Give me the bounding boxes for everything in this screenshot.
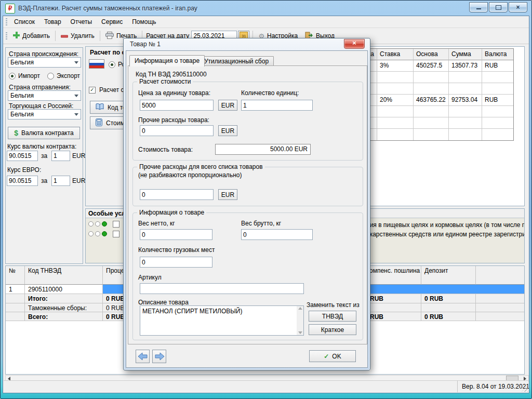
- trading-country-select[interactable]: Бельгия: [8, 109, 81, 119]
- ok-label: OK: [332, 353, 341, 360]
- cell: [482, 129, 513, 140]
- condition-checkbox[interactable]: [113, 231, 119, 237]
- menu-spisok[interactable]: Список: [9, 17, 39, 27]
- status-circle-icon: [95, 221, 100, 227]
- scroll-up-icon[interactable]: [298, 307, 302, 310]
- window-title: ВЭД-Платежи. Расчет суммы таможенных пла…: [18, 5, 197, 12]
- column-header: Основа: [414, 49, 449, 60]
- description-scrollbar[interactable]: [297, 306, 303, 335]
- per-qty-input[interactable]: [51, 151, 70, 161]
- total-cost-label: Стоимость товара:: [138, 146, 193, 153]
- dispatch-country-select[interactable]: Бельгия: [8, 90, 81, 101]
- menubar: Список Товар Отчеты Сервис Помощь: [3, 16, 529, 28]
- tab-product-info[interactable]: Информация о товаре: [129, 55, 205, 66]
- tab-recycling-fee[interactable]: Утилизационный сбор: [199, 56, 274, 66]
- extra-costs-note: (не разбиваются пропорционально): [138, 171, 242, 179]
- euro-rate-input[interactable]: [7, 176, 38, 186]
- extra-currency-button[interactable]: EUR: [218, 189, 237, 200]
- dialog-body: Информация о товаре Утилизационный сбор …: [126, 50, 368, 368]
- menu-pomoshch[interactable]: Помощь: [127, 17, 161, 27]
- column-header: [476, 266, 524, 285]
- other-costs-label: Прочие расходы товара:: [138, 116, 209, 124]
- gross-weight-input[interactable]: [241, 229, 313, 240]
- cell: 1: [6, 285, 25, 294]
- close-button[interactable]: ×: [509, 2, 527, 12]
- trading-country-label: Торгующая с Россией:: [9, 102, 73, 110]
- minus-icon: [61, 32, 68, 39]
- scroll-down-icon[interactable]: [298, 331, 302, 334]
- contract-rate-label: Курс валюты контракта:: [7, 143, 76, 150]
- export-radio[interactable]: Экспорт: [47, 72, 80, 79]
- article-input[interactable]: [140, 283, 304, 294]
- prev-product-button[interactable]: [136, 350, 150, 363]
- dialog-title: Товар № 1: [130, 41, 161, 48]
- next-product-button[interactable]: [152, 350, 166, 363]
- cargo-places-label: Количество грузовых мест: [138, 246, 215, 254]
- cell: [449, 117, 482, 129]
- fees-checkbox[interactable]: ✓Расчет сб: [89, 86, 127, 94]
- cell: [377, 117, 414, 129]
- cell: [482, 83, 513, 95]
- totals-label: Итого:: [25, 294, 103, 303]
- menu-otchety[interactable]: Отчеты: [66, 17, 97, 27]
- toolbar-grip: [6, 32, 7, 40]
- condition-checkbox[interactable]: [113, 221, 119, 228]
- product-info-legend: Информация о товаре: [137, 209, 206, 216]
- screen: { "window": {"title": "ВЭД-Платежи. Расч…: [0, 0, 532, 399]
- cargo-places-input[interactable]: [140, 257, 212, 268]
- euro-qty-input[interactable]: [51, 176, 70, 186]
- window-controls: ×: [469, 2, 527, 12]
- cell: 20%: [377, 95, 414, 106]
- country-panel: Страна происхождения: Бельгия Импорт Экс…: [5, 47, 83, 264]
- status-circle-green-icon: [102, 221, 107, 227]
- calc-country-header: Расчет по ст: [90, 49, 128, 56]
- other-currency-button[interactable]: EUR: [218, 125, 237, 136]
- price-input[interactable]: [140, 100, 214, 111]
- tnved-button[interactable]: ТНВЭД: [309, 311, 356, 322]
- titlebar[interactable]: ₽ ВЭД-Платежи. Расчет суммы таможенных п…: [1, 1, 531, 16]
- add-button[interactable]: Добавить: [9, 30, 54, 42]
- delete-label: Удалить: [71, 32, 95, 39]
- origin-country-select[interactable]: Бельгия: [8, 57, 81, 68]
- per-currency-label: EUR: [72, 152, 85, 159]
- cell: [449, 106, 482, 117]
- arrow-left-icon: [138, 352, 148, 361]
- cell: [377, 129, 414, 140]
- maximize-button[interactable]: [489, 2, 508, 12]
- net-weight-input[interactable]: [140, 229, 212, 240]
- tab-panel: Код ТН ВЭД 2905110000 Расчет стоимости Ц…: [128, 65, 367, 344]
- column-header: Валюта: [482, 49, 513, 60]
- cell: [482, 72, 513, 83]
- statusbar-version-section: Вер. 8.04 от 19.03.2021: [457, 381, 529, 392]
- qty-input[interactable]: [241, 100, 313, 111]
- cell: [482, 106, 513, 117]
- origin-country-value: Бельгия: [10, 59, 34, 66]
- cost-group-legend: Расчет стоимости: [137, 78, 193, 85]
- import-radio[interactable]: Импорт: [9, 72, 40, 79]
- check-icon: ✓: [324, 353, 329, 360]
- column-header: Сумма: [449, 49, 482, 60]
- status-circle-icon: [88, 221, 94, 227]
- cost-label: Стоим: [106, 119, 125, 127]
- replace-text-label: Заменить текст из: [307, 301, 360, 309]
- contract-rate-input[interactable]: [7, 151, 38, 161]
- minimize-button[interactable]: [469, 2, 488, 12]
- description-textarea[interactable]: МЕТАНОЛ (СПИРТ МЕТИЛОВЫЙ): [140, 305, 304, 336]
- delete-button[interactable]: Удалить: [57, 30, 98, 42]
- price-currency-button[interactable]: EUR: [218, 100, 237, 111]
- menu-tovar[interactable]: Товар: [39, 17, 66, 27]
- cell: 0 RUB: [363, 312, 421, 321]
- menu-servis[interactable]: Сервис: [97, 17, 127, 27]
- cell: [482, 117, 513, 129]
- short-button[interactable]: Краткое: [309, 324, 356, 335]
- cell: RUB: [482, 60, 513, 72]
- extra-costs-input[interactable]: [140, 189, 214, 200]
- other-costs-input[interactable]: [140, 125, 214, 136]
- ok-button[interactable]: ✓ OK: [309, 350, 356, 362]
- contract-currency-button[interactable]: $ Валюта контракта: [8, 127, 80, 139]
- article-label: Артикул: [138, 274, 162, 281]
- cell: [449, 83, 482, 95]
- calculator-icon: [96, 118, 102, 128]
- dialog-close-button[interactable]: ×: [344, 39, 365, 49]
- qty-label: Количество единиц:: [241, 89, 299, 97]
